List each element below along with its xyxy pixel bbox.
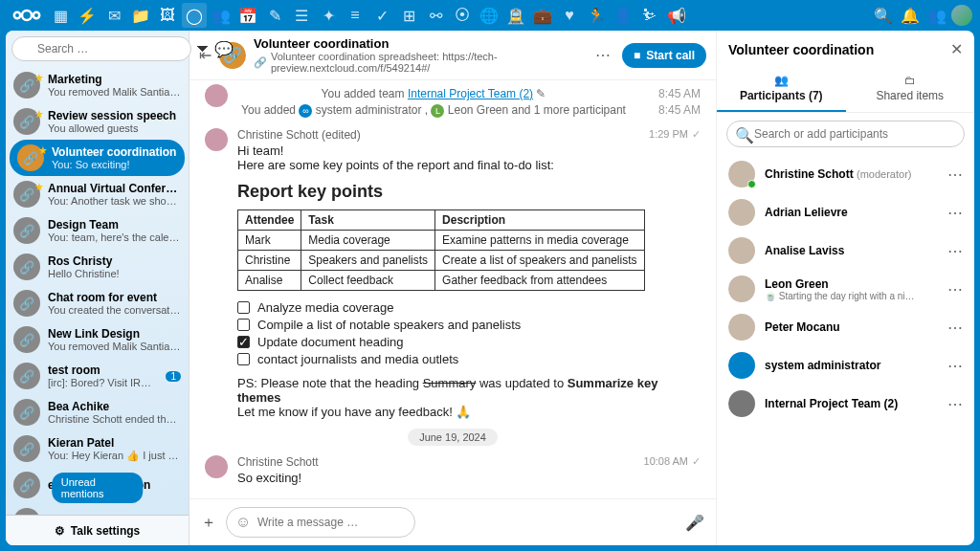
more-icon[interactable]: ⋯ bbox=[947, 280, 963, 298]
health-icon[interactable]: ♥ bbox=[557, 3, 582, 28]
conversation-item[interactable]: 🔗 Bea Achike Christine Schott ended the… bbox=[6, 394, 189, 430]
conversation-item[interactable]: 🔗 Kieran Patel You: Hey Kieran 👍 I just … bbox=[6, 430, 189, 467]
contacts-menu-icon[interactable]: 👥 bbox=[924, 3, 949, 28]
message-input[interactable] bbox=[226, 507, 415, 538]
conversation-item[interactable]: 🔗★ Volunteer coordination You: So exciti… bbox=[10, 140, 185, 176]
conversation-subtitle: You: team, here's the calen… bbox=[48, 231, 181, 243]
list-icon[interactable]: ≡ bbox=[343, 3, 368, 28]
deck-icon[interactable]: ☰ bbox=[289, 3, 314, 28]
tab-participants[interactable]: 👥 Participants (7) bbox=[717, 68, 846, 112]
participant-item[interactable]: system administrator ⋯ bbox=[723, 346, 969, 385]
participant-item[interactable]: Analise Laviss ⋯ bbox=[723, 231, 969, 270]
conversation-avatar: 🔗 bbox=[13, 326, 40, 353]
more-icon[interactable]: ⋯ bbox=[947, 204, 963, 222]
conversation-item[interactable]: 🔗 Design Team You: team, here's the cale… bbox=[6, 212, 189, 249]
todo-item[interactable]: Compile a list of notable speakers and p… bbox=[237, 318, 701, 332]
participant-name: Adrian Lelievre bbox=[765, 206, 848, 219]
tab-shared-items[interactable]: 🗀 Shared items bbox=[846, 68, 975, 112]
more-options-icon[interactable]: ⋯ bbox=[591, 42, 614, 68]
tasks-icon[interactable]: ✓ bbox=[369, 3, 394, 28]
conversation-subtitle: You: Another task we shou… bbox=[48, 195, 181, 207]
attach-icon[interactable]: ＋ bbox=[201, 513, 216, 533]
emoji-icon[interactable]: ☺ bbox=[235, 514, 251, 531]
conversation-title: Marketing bbox=[48, 73, 181, 86]
conversation-item[interactable]: 🔗 Chat room for event You created the co… bbox=[6, 285, 189, 321]
participant-item[interactable]: Internal Project Team (2) ⋯ bbox=[723, 385, 969, 423]
details-title: Volunteer coordination bbox=[728, 42, 950, 57]
conversation-avatar: 🔗 bbox=[13, 363, 40, 389]
activity-icon[interactable]: 🏃 bbox=[584, 3, 609, 28]
notes-icon[interactable]: ✎ bbox=[262, 3, 287, 28]
participant-name: Internal Project Team (2) bbox=[765, 397, 898, 410]
details-tabs: 👥 Participants (7) 🗀 Shared items bbox=[717, 68, 974, 113]
globe-icon[interactable]: 🌐 bbox=[477, 3, 501, 28]
search-icon[interactable]: 🔍 bbox=[871, 3, 896, 28]
svg-point-2 bbox=[33, 12, 39, 18]
conversation-item[interactable]: 🔗★ Review session speech You allowed gue… bbox=[6, 103, 189, 140]
more-icon[interactable]: ⋯ bbox=[947, 357, 963, 375]
message-text: Here are some key points of the report a… bbox=[237, 158, 701, 172]
conversation-subtitle: You removed Malik Santia… bbox=[48, 341, 181, 352]
user-avatar[interactable] bbox=[951, 5, 972, 26]
tables-icon[interactable]: ⊞ bbox=[396, 3, 421, 28]
conversation-subtitle: You: Hey Kieran 👍 I just g… bbox=[48, 450, 181, 462]
unread-mentions-pill[interactable]: Unread mentions bbox=[52, 473, 144, 503]
talk-icon[interactable]: ◯ bbox=[182, 3, 207, 28]
more-icon[interactable]: ⋯ bbox=[947, 395, 963, 413]
checkbox-icon[interactable] bbox=[237, 353, 250, 365]
more-icon[interactable]: ⋯ bbox=[947, 319, 963, 337]
conversation-item[interactable]: 🔗★ Annual Virtual Conference You: Anothe… bbox=[6, 176, 189, 212]
participant-item[interactable]: Adrian Lelievre ⋯ bbox=[723, 193, 969, 231]
participant-item[interactable]: Leon Green🍵 Starting the day right with … bbox=[723, 270, 969, 308]
svg-point-1 bbox=[14, 12, 20, 18]
more-icon[interactable]: ⋯ bbox=[947, 242, 963, 260]
table-row: ChristineSpeakers and panelistsCreate a … bbox=[238, 251, 645, 271]
close-icon[interactable]: ✕ bbox=[950, 40, 963, 58]
maps-icon[interactable]: ⦿ bbox=[450, 3, 475, 28]
transit-icon[interactable]: 🚊 bbox=[503, 3, 528, 28]
conversation-item[interactable]: 🔗 test room [irc]: Bored? Visit IRC.… 1 bbox=[6, 358, 189, 394]
bolt-icon[interactable]: ⚡ bbox=[75, 3, 100, 28]
participant-item[interactable]: Christine Schott (moderator) ⋯ bbox=[723, 155, 969, 193]
user-icon[interactable]: 👤 bbox=[611, 3, 635, 28]
participant-name: system administrator bbox=[765, 359, 880, 372]
checkbox-icon[interactable]: ✓ bbox=[237, 336, 250, 348]
conversation-search-input[interactable] bbox=[11, 36, 191, 61]
team-link[interactable]: Internal Project Team (2) bbox=[408, 87, 533, 100]
mail-icon[interactable]: ✉ bbox=[101, 3, 126, 28]
participant-avatar bbox=[728, 237, 755, 264]
nextcloud-logo[interactable] bbox=[8, 8, 46, 23]
new-chat-icon[interactable]: 💬 bbox=[214, 38, 234, 59]
ski-icon[interactable]: ⛷ bbox=[637, 3, 662, 28]
participant-search-input[interactable] bbox=[726, 121, 965, 147]
files-icon[interactable]: 📁 bbox=[128, 3, 153, 28]
conversation-item[interactable]: 🔗 Networking lunch bbox=[6, 503, 189, 515]
todo-item[interactable]: Analyze media coverage bbox=[237, 300, 701, 315]
checkbox-icon[interactable] bbox=[237, 319, 250, 331]
work-icon[interactable]: 💼 bbox=[530, 3, 555, 28]
announce-icon[interactable]: 📢 bbox=[664, 3, 689, 28]
star-icon[interactable]: ✦ bbox=[316, 3, 341, 28]
dashboard-icon[interactable]: ▦ bbox=[48, 3, 73, 28]
calendar-icon[interactable]: 📅 bbox=[235, 3, 260, 28]
todo-item[interactable]: contact journalists and media outlets bbox=[237, 352, 701, 366]
todo-label: Analyze media coverage bbox=[257, 300, 393, 315]
contacts-icon[interactable]: 👥 bbox=[209, 3, 234, 28]
more-icon[interactable]: ⋯ bbox=[947, 165, 963, 184]
participant-avatar bbox=[728, 199, 755, 226]
conversation-item[interactable]: 🔗 Ros Christy Hello Christine! bbox=[6, 249, 189, 285]
mic-icon[interactable]: 🎤 bbox=[685, 514, 704, 532]
talk-settings-label: Talk settings bbox=[71, 524, 140, 538]
bell-icon[interactable]: 🔔 bbox=[898, 3, 923, 28]
checkbox-icon[interactable] bbox=[237, 301, 250, 314]
photos-icon[interactable]: 🖼 bbox=[155, 3, 180, 28]
participant-item[interactable]: Peter Mocanu ⋯ bbox=[723, 308, 969, 346]
start-call-button[interactable]: ■ Start call bbox=[622, 43, 706, 68]
conversation-item[interactable]: 🔗 New Link Design You removed Malik Sant… bbox=[6, 321, 189, 358]
conversation-item[interactable]: 🔗★ Marketing You removed Malik Santia… bbox=[6, 67, 189, 103]
talk-settings-button[interactable]: ⚙ Talk settings bbox=[6, 515, 189, 545]
conversation-list: 🔗★ Marketing You removed Malik Santia… 🔗… bbox=[6, 67, 189, 515]
link-icon[interactable]: ⚯ bbox=[423, 3, 448, 28]
filter-icon[interactable]: ⏷ bbox=[195, 38, 211, 59]
todo-item[interactable]: ✓Update document heading bbox=[237, 335, 701, 349]
